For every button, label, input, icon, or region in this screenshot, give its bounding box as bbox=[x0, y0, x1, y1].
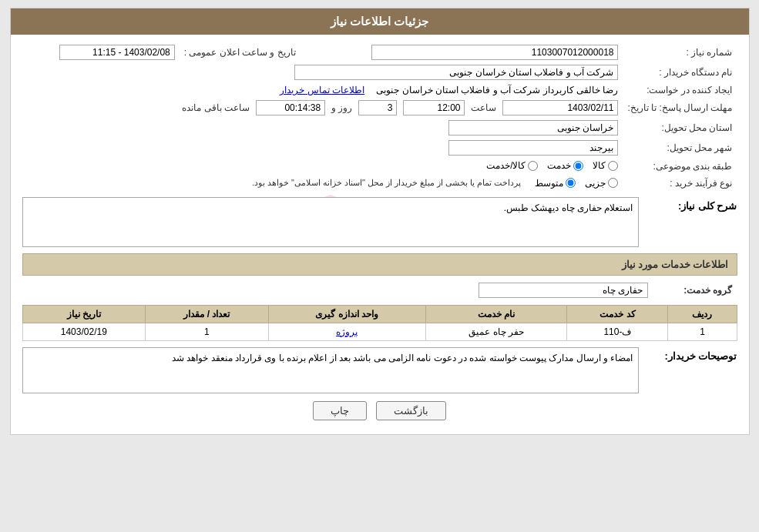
grouh-label: گروه خدمت: bbox=[653, 280, 737, 300]
services-table: ردیف کد خدمت نام خدمت واحد اندازه گیری ت… bbox=[22, 305, 737, 341]
namdastgah-label: نام دستگاه خریدار : bbox=[623, 62, 737, 82]
shomare-input[interactable] bbox=[371, 45, 618, 60]
mohlat-label: مهلت ارسال پاسخ: تا تاریخ: bbox=[623, 98, 737, 118]
grouh-table: گروه خدمت: bbox=[22, 280, 737, 300]
ostan-label: استان محل تحویل: bbox=[623, 118, 737, 138]
tvsiyat-label: توصیحات خریدار: bbox=[645, 347, 737, 362]
sharh-label: شرح کلی نیاز: bbox=[645, 197, 737, 212]
radio-jozi-label: جزیی bbox=[585, 178, 606, 189]
tvsiyat-container: امضاء و ارسال مدارک پیوست خواسته شده در … bbox=[22, 347, 639, 393]
services-table-head: ردیف کد خدمت نام خدمت واحد اندازه گیری ت… bbox=[22, 305, 737, 323]
col-radif: ردیف bbox=[668, 305, 737, 323]
table-row: 1ف-110حفر چاه عمیقپروژه11403/02/19 bbox=[22, 323, 737, 340]
mohlat-roz-label: روز و bbox=[331, 102, 352, 113]
cell-name: حفر چاه عمیق bbox=[425, 323, 567, 340]
radio-jozi-input[interactable] bbox=[608, 178, 618, 188]
radio-kala-khedmat-label: کالا/خدمت bbox=[486, 160, 526, 171]
radio-khedmat: خدمت bbox=[547, 160, 583, 171]
sharh-container: ATA استعلام حفاری چاه دیهشک طبس. bbox=[22, 197, 639, 247]
col-count: تعداد / مقدار bbox=[146, 305, 268, 323]
tarikh-label: تاریخ و ساعت اعلان عمومی : bbox=[180, 42, 301, 62]
ijad-label: ایجاد کننده در خواست: bbox=[623, 82, 737, 98]
cell-code: ف-110 bbox=[567, 323, 668, 340]
noefar-label: نوع فرآیند خرید : bbox=[623, 176, 737, 191]
cell-count: 1 bbox=[146, 323, 268, 340]
cell-unit[interactable]: پروژه bbox=[268, 323, 425, 340]
cell-date: 1403/02/19 bbox=[22, 323, 146, 340]
row-shahr: شهر محل تحویل: bbox=[22, 138, 737, 158]
tvsiyat-row: توصیحات خریدار: امضاء و ارسال مدارک پیوس… bbox=[22, 347, 737, 393]
tabaqe-label: طبقه بندی موضوعی: bbox=[623, 158, 737, 176]
radio-khedmat-input[interactable] bbox=[573, 161, 583, 171]
row-ijad: ایجاد کننده در خواست: رضا خالقی کاربرداز… bbox=[22, 82, 737, 98]
main-container: جزئیات اطلاعات نیاز شماره نیاز : تاریخ و… bbox=[10, 8, 750, 435]
sharh-value: استعلام حفاری چاه دیهشک طبس. bbox=[22, 197, 639, 247]
grouh-input[interactable] bbox=[479, 283, 648, 298]
ostan-input[interactable] bbox=[448, 120, 618, 136]
noefar-radio-group: جزیی متوسط bbox=[535, 178, 618, 189]
info-table: شماره نیاز : تاریخ و ساعت اعلان عمومی : … bbox=[22, 42, 737, 191]
page-header: جزئیات اطلاعات نیاز bbox=[11, 8, 749, 35]
mohlat-days-input[interactable] bbox=[358, 100, 397, 115]
row-shomare: شماره نیاز : تاریخ و ساعت اعلان عمومی : bbox=[22, 42, 737, 62]
ettelaat-tamas-link[interactable]: اطلاعات تماس خریدار bbox=[280, 85, 364, 95]
radio-khedmat-label: خدمت bbox=[547, 160, 571, 171]
row-tabaqe: طبقه بندی موضوعی: کالا خدمت bbox=[22, 158, 737, 176]
col-name: نام خدمت bbox=[425, 305, 567, 323]
radio-motavasset-input[interactable] bbox=[566, 178, 576, 188]
mohlat-saat-input[interactable] bbox=[403, 100, 465, 115]
namdastgah-input[interactable] bbox=[294, 65, 618, 80]
radio-motavasset-label: متوسط bbox=[535, 178, 563, 189]
back-button[interactable]: بازگشت bbox=[376, 401, 446, 420]
mohlat-date-input[interactable] bbox=[502, 100, 618, 115]
shomare-label: شماره نیاز : bbox=[623, 42, 737, 62]
col-date: تاریخ نیاز bbox=[22, 305, 146, 323]
page-title: جزئیات اطلاعات نیاز bbox=[331, 15, 428, 28]
print-button[interactable]: چاپ bbox=[313, 401, 367, 420]
cell-radif: 1 bbox=[668, 323, 737, 340]
col-unit: واحد اندازه گیری bbox=[268, 305, 425, 323]
row-grouh: گروه خدمت: bbox=[22, 280, 737, 300]
radio-kala-khedmat-input[interactable] bbox=[528, 161, 538, 171]
tabaqe-radio-group: کالا خدمت کالا/خدمت bbox=[486, 160, 618, 171]
content-area: شماره نیاز : تاریخ و ساعت اعلان عمومی : … bbox=[11, 35, 749, 434]
radio-kala-khedmat: کالا/خدمت bbox=[486, 160, 538, 171]
radio-kala: کالا bbox=[593, 160, 618, 171]
row-ostan: استان محل تحویل: bbox=[22, 118, 737, 138]
row-namdastgah: نام دستگاه خریدار : bbox=[22, 62, 737, 82]
ijad-value: رضا خالقی کاربرداز شرکت آب و فاضلاب استا… bbox=[376, 85, 618, 95]
noefar-row: جزیی متوسط پرداخت تمام یا بخشی از مبلغ خ… bbox=[27, 178, 619, 189]
shahr-input[interactable] bbox=[448, 140, 618, 156]
mohlat-remain-input[interactable] bbox=[256, 100, 325, 115]
col-code: کد خدمت bbox=[567, 305, 668, 323]
mohlat-row: ساعت روز و ساعت باقی مانده bbox=[27, 100, 619, 115]
shahr-label: شهر محل تحویل: bbox=[623, 138, 737, 158]
services-table-header-row: ردیف کد خدمت نام خدمت واحد اندازه گیری ت… bbox=[22, 305, 737, 323]
tvsiyat-value: امضاء و ارسال مدارک پیوست خواسته شده در … bbox=[22, 347, 639, 393]
mohlat-saat-label: ساعت bbox=[471, 102, 496, 113]
mohlat-remain-label: ساعت باقی مانده bbox=[182, 102, 250, 113]
row-mohlat: مهلت ارسال پاسخ: تا تاریخ: ساعت روز و سا… bbox=[22, 98, 737, 118]
noefar-note: پرداخت تمام یا بخشی از مبلغ خریدار از مح… bbox=[252, 178, 522, 188]
radio-kala-label: کالا bbox=[593, 160, 606, 171]
sharh-row: شرح کلی نیاز: ATA استعلام حفاری چاه دیهش… bbox=[22, 197, 737, 247]
row-noefar: نوع فرآیند خرید : جزیی متوسط bbox=[22, 176, 737, 191]
button-bar: بازگشت چاپ bbox=[22, 393, 737, 427]
radio-motavasset: متوسط bbox=[535, 178, 576, 189]
services-header: اطلاعات خدمات مورد نیاز bbox=[22, 253, 737, 276]
radio-kala-input[interactable] bbox=[608, 161, 618, 171]
services-table-body: 1ف-110حفر چاه عمیقپروژه11403/02/19 bbox=[22, 323, 737, 340]
tarikh-input[interactable] bbox=[59, 45, 175, 60]
radio-jozi: جزیی bbox=[585, 178, 618, 189]
